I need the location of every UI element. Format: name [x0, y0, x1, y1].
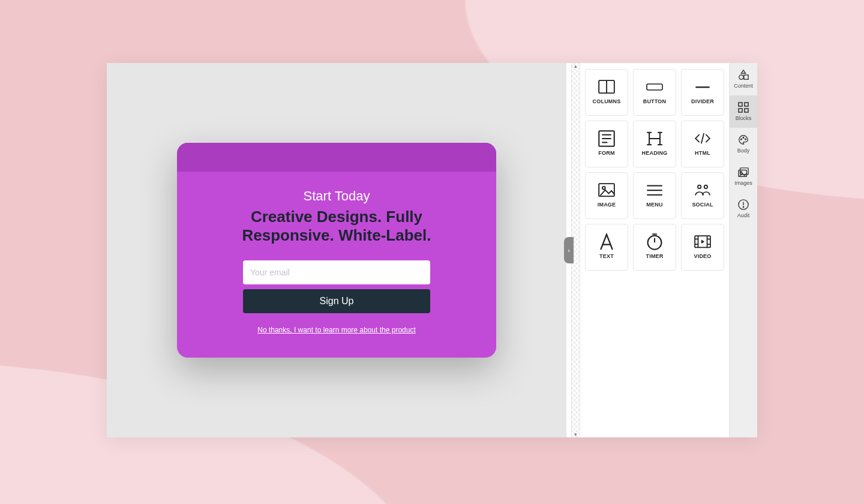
- svg-rect-2: [647, 84, 662, 90]
- divider-icon: [694, 80, 711, 94]
- popup-subtitle: Start Today: [206, 188, 467, 204]
- block-label: DIVIDER: [691, 98, 714, 104]
- scroll-down-icon[interactable]: ▾: [572, 431, 578, 437]
- svg-rect-41: [745, 109, 748, 112]
- block-timer[interactable]: TIMER: [633, 224, 676, 271]
- popup-header-bar: [177, 143, 496, 172]
- rail-body[interactable]: Body: [730, 128, 757, 160]
- block-label: COLUMNS: [593, 98, 621, 104]
- block-label: SOCIAL: [692, 202, 713, 208]
- timer-icon: [646, 235, 663, 248]
- image-icon: [598, 184, 615, 197]
- block-label: VIDEO: [694, 253, 711, 259]
- right-panel: COLUMNS BUTTON DIVIDER FORM: [580, 63, 757, 437]
- signup-button[interactable]: Sign Up: [243, 289, 430, 313]
- form-icon: [598, 132, 615, 145]
- block-label: MENU: [646, 202, 662, 208]
- svg-marker-34: [701, 240, 704, 244]
- signup-popup: Start Today Creative Designs. Fully Resp…: [177, 143, 496, 358]
- columns-icon: [598, 80, 615, 94]
- svg-point-50: [743, 206, 743, 207]
- svg-point-43: [743, 137, 744, 139]
- rail-label: Images: [734, 180, 752, 186]
- rail-label: Content: [734, 83, 753, 89]
- svg-point-47: [740, 172, 742, 173]
- text-icon: [598, 235, 615, 248]
- block-text[interactable]: TEXT: [585, 224, 628, 271]
- alert-icon: [738, 199, 749, 210]
- popup-body: Start Today Creative Designs. Fully Resp…: [177, 172, 496, 358]
- svg-rect-37: [744, 75, 748, 79]
- block-label: FORM: [598, 150, 614, 156]
- svg-point-21: [698, 185, 701, 188]
- svg-rect-38: [739, 103, 742, 106]
- social-icon: [694, 184, 711, 197]
- grid-icon: [738, 102, 749, 113]
- shapes-icon: [738, 70, 749, 80]
- block-label: HTML: [695, 150, 710, 156]
- editor-window: Start Today Creative Designs. Fully Resp…: [107, 63, 757, 437]
- heading-icon: [646, 132, 663, 145]
- button-icon: [646, 80, 663, 94]
- block-divider[interactable]: DIVIDER: [681, 69, 724, 116]
- editor-canvas[interactable]: Start Today Creative Designs. Fully Resp…: [107, 63, 566, 437]
- block-label: TEXT: [599, 253, 614, 259]
- block-label: TIMER: [646, 253, 664, 259]
- rail-label: Blocks: [736, 115, 752, 121]
- rail-images[interactable]: Images: [730, 160, 757, 193]
- palette-icon: [738, 134, 749, 145]
- rail-audit[interactable]: Audit: [730, 193, 757, 225]
- panel-collapse-handle[interactable]: ›: [564, 237, 574, 263]
- rail-label: Body: [737, 148, 750, 154]
- svg-rect-40: [739, 109, 742, 112]
- block-heading[interactable]: HEADING: [633, 121, 676, 167]
- rail-label: Audit: [737, 212, 750, 218]
- canvas-scrollbar[interactable]: ▴ ▾ ›: [566, 63, 580, 437]
- block-social[interactable]: SOCIAL: [681, 172, 724, 219]
- email-input[interactable]: [243, 260, 430, 284]
- scroll-up-icon[interactable]: ▴: [572, 63, 578, 69]
- rail-blocks[interactable]: Blocks: [730, 95, 757, 128]
- video-icon: [694, 235, 711, 248]
- block-form[interactable]: FORM: [585, 121, 628, 167]
- block-columns[interactable]: COLUMNS: [585, 69, 628, 116]
- block-label: HEADING: [642, 150, 668, 156]
- block-menu[interactable]: MENU: [633, 172, 676, 219]
- svg-rect-39: [745, 103, 748, 106]
- block-button[interactable]: BUTTON: [633, 69, 676, 116]
- block-image[interactable]: IMAGE: [585, 172, 628, 219]
- block-label: IMAGE: [598, 202, 616, 208]
- decline-link[interactable]: No thanks, I want to learn more about th…: [257, 326, 415, 334]
- images-icon: [738, 167, 749, 178]
- popup-title: Creative Designs. Fully Responsive. Whit…: [206, 208, 467, 245]
- svg-point-17: [602, 187, 605, 190]
- svg-point-44: [745, 139, 746, 140]
- html-icon: [694, 132, 711, 145]
- block-html[interactable]: HTML: [681, 121, 724, 167]
- svg-point-22: [704, 185, 707, 188]
- block-label: BUTTON: [643, 98, 667, 104]
- svg-point-36: [739, 75, 743, 79]
- blocks-palette: COLUMNS BUTTON DIVIDER FORM: [580, 63, 729, 437]
- svg-point-42: [741, 139, 742, 140]
- svg-marker-35: [741, 70, 745, 73]
- side-rail: Content Blocks Body Images: [729, 63, 757, 437]
- rail-content[interactable]: Content: [730, 63, 757, 95]
- svg-line-15: [701, 133, 704, 143]
- menu-icon: [646, 184, 663, 197]
- block-video[interactable]: VIDEO: [681, 224, 724, 271]
